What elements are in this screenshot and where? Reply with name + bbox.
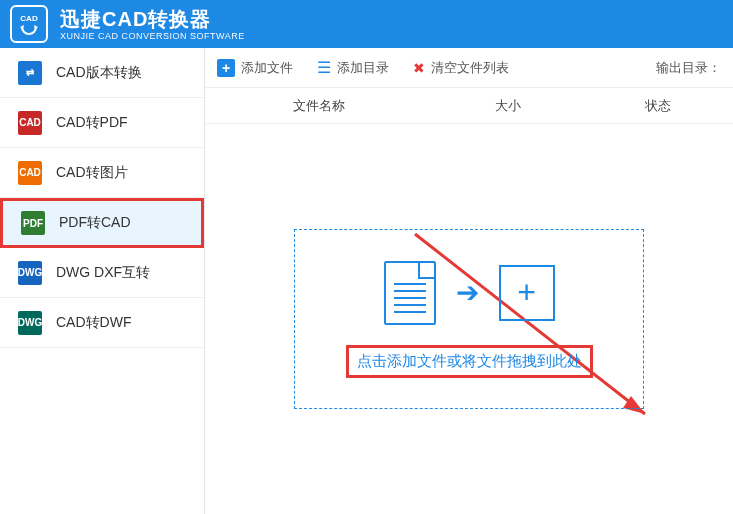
sidebar-item-cad-version[interactable]: ⇄CAD版本转换: [0, 48, 204, 98]
drop-zone[interactable]: ➔ + 点击添加文件或将文件拖拽到此处: [294, 229, 644, 409]
sidebar-item-label: CAD转图片: [56, 164, 128, 182]
column-headers: 文件名称 大小 状态: [205, 88, 733, 124]
clear-icon: ✖: [413, 60, 425, 76]
app-logo-icon: CAD: [10, 5, 48, 43]
document-icon: [384, 261, 436, 325]
sidebar-item-label: PDF转CAD: [59, 214, 131, 232]
sidebar-item-cad-dwf[interactable]: DWGCAD转DWF: [0, 298, 204, 348]
sidebar: ⇄CAD版本转换 CADCAD转PDF CADCAD转图片 PDFPDF转CAD…: [0, 48, 205, 514]
sidebar-item-label: CAD版本转换: [56, 64, 142, 82]
svg-text:CAD: CAD: [20, 14, 38, 23]
plus-icon: +: [217, 59, 235, 77]
drop-zone-text[interactable]: 点击添加文件或将文件拖拽到此处: [346, 345, 593, 378]
sidebar-item-label: CAD转DWF: [56, 314, 131, 332]
pdf-cad-icon: PDF: [21, 211, 45, 235]
add-file-button[interactable]: +添加文件: [217, 59, 293, 77]
header-bar: CAD 迅捷CAD转换器 XUNJIE CAD CONVERSION SOFTW…: [0, 0, 733, 48]
app-subtitle: XUNJIE CAD CONVERSION SOFTWARE: [60, 31, 245, 42]
sidebar-item-label: CAD转PDF: [56, 114, 128, 132]
add-dir-button[interactable]: ☰添加目录: [317, 58, 389, 77]
output-dir-label: 输出目录：: [656, 59, 721, 77]
sidebar-item-cad-pdf[interactable]: CADCAD转PDF: [0, 98, 204, 148]
main-panel: +添加文件 ☰添加目录 ✖清空文件列表 输出目录： 文件名称 大小 状态 ➔ +…: [205, 48, 733, 514]
col-filename: 文件名称: [205, 97, 433, 115]
dwg-dxf-icon: DWG: [18, 261, 42, 285]
cad-pdf-icon: CAD: [18, 111, 42, 135]
col-size: 大小: [433, 97, 583, 115]
cad-dwf-icon: DWG: [18, 311, 42, 335]
sidebar-item-cad-image[interactable]: CADCAD转图片: [0, 148, 204, 198]
col-status: 状态: [583, 97, 733, 115]
cad-image-icon: CAD: [18, 161, 42, 185]
list-icon: ☰: [317, 58, 331, 77]
sidebar-item-label: DWG DXF互转: [56, 264, 150, 282]
sidebar-item-pdf-cad[interactable]: PDFPDF转CAD: [0, 198, 204, 248]
add-box-icon: +: [499, 265, 555, 321]
arrow-right-icon: ➔: [456, 276, 479, 309]
toolbar: +添加文件 ☰添加目录 ✖清空文件列表 输出目录：: [205, 48, 733, 88]
clear-list-button[interactable]: ✖清空文件列表: [413, 59, 509, 77]
convert-icon: ⇄: [18, 61, 42, 85]
sidebar-item-dwg-dxf[interactable]: DWGDWG DXF互转: [0, 248, 204, 298]
app-title: 迅捷CAD转换器: [60, 7, 245, 31]
